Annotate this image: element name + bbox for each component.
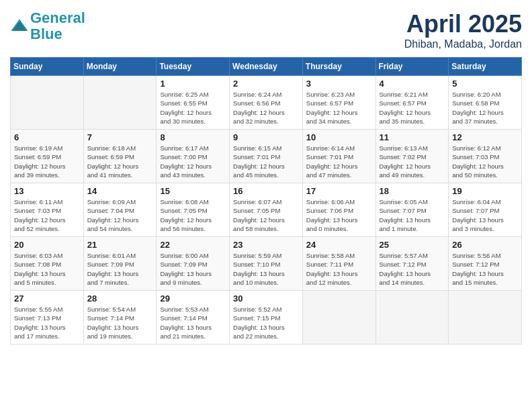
day-info: Sunrise: 6:03 AMSunset: 7:08 PMDaylight:… bbox=[14, 251, 80, 287]
day-number: 21 bbox=[87, 240, 153, 250]
day-info: Sunrise: 5:52 AMSunset: 7:15 PMDaylight:… bbox=[233, 305, 299, 340]
day-info: Sunrise: 6:25 AMSunset: 6:55 PMDaylight:… bbox=[160, 90, 226, 126]
calendar-cell: 22Sunrise: 6:00 AMSunset: 7:09 PMDayligh… bbox=[157, 237, 230, 291]
calendar-cell: 2Sunrise: 6:24 AMSunset: 6:56 PMDaylight… bbox=[230, 76, 303, 130]
day-number: 24 bbox=[306, 240, 372, 250]
calendar-week-2: 6Sunrise: 6:19 AMSunset: 6:59 PMDaylight… bbox=[11, 130, 522, 183]
day-info: Sunrise: 6:09 AMSunset: 7:04 PMDaylight:… bbox=[87, 197, 153, 233]
day-info: Sunrise: 6:21 AMSunset: 6:57 PMDaylight:… bbox=[380, 90, 445, 126]
calendar-cell: 6Sunrise: 6:19 AMSunset: 6:59 PMDaylight… bbox=[11, 130, 84, 183]
calendar-cell bbox=[83, 76, 157, 130]
day-number: 4 bbox=[380, 79, 445, 89]
weekday-header-friday: Friday bbox=[375, 58, 449, 76]
calendar-cell bbox=[449, 291, 522, 345]
calendar-cell: 9Sunrise: 6:15 AMSunset: 7:01 PMDaylight… bbox=[230, 130, 303, 183]
day-info: Sunrise: 6:11 AMSunset: 7:03 PMDaylight:… bbox=[14, 197, 80, 233]
weekday-header-thursday: Thursday bbox=[302, 58, 375, 76]
day-info: Sunrise: 5:58 AMSunset: 7:11 PMDaylight:… bbox=[306, 251, 372, 287]
calendar-cell: 16Sunrise: 6:07 AMSunset: 7:05 PMDayligh… bbox=[230, 183, 303, 237]
day-info: Sunrise: 5:56 AMSunset: 7:12 PMDaylight:… bbox=[452, 251, 518, 287]
day-number: 26 bbox=[452, 240, 518, 250]
weekday-header-saturday: Saturday bbox=[449, 58, 522, 76]
day-number: 25 bbox=[380, 240, 445, 250]
day-number: 22 bbox=[160, 240, 226, 250]
day-number: 1 bbox=[160, 79, 226, 89]
calendar-cell: 1Sunrise: 6:25 AMSunset: 6:55 PMDaylight… bbox=[157, 76, 230, 130]
calendar-cell: 27Sunrise: 5:55 AMSunset: 7:13 PMDayligh… bbox=[11, 291, 84, 345]
calendar-cell: 4Sunrise: 6:21 AMSunset: 6:57 PMDaylight… bbox=[375, 76, 449, 130]
calendar-cell: 15Sunrise: 6:08 AMSunset: 7:05 PMDayligh… bbox=[157, 183, 230, 237]
day-number: 27 bbox=[14, 293, 80, 304]
month-title: April 2025 bbox=[404, 10, 522, 38]
weekday-header-monday: Monday bbox=[83, 58, 157, 76]
calendar-cell: 7Sunrise: 6:18 AMSunset: 6:59 PMDaylight… bbox=[83, 130, 157, 183]
calendar-table: SundayMondayTuesdayWednesdayThursdayFrid… bbox=[10, 57, 522, 345]
day-info: Sunrise: 6:01 AMSunset: 7:09 PMDaylight:… bbox=[87, 251, 153, 287]
calendar-cell: 30Sunrise: 5:52 AMSunset: 7:15 PMDayligh… bbox=[230, 291, 303, 345]
calendar-cell: 12Sunrise: 6:12 AMSunset: 7:03 PMDayligh… bbox=[449, 130, 522, 183]
day-number: 9 bbox=[233, 132, 299, 142]
day-number: 6 bbox=[14, 132, 80, 142]
day-info: Sunrise: 6:00 AMSunset: 7:09 PMDaylight:… bbox=[160, 251, 226, 287]
day-number: 18 bbox=[380, 186, 445, 196]
calendar-cell: 10Sunrise: 6:14 AMSunset: 7:01 PMDayligh… bbox=[302, 130, 375, 183]
calendar-week-3: 13Sunrise: 6:11 AMSunset: 7:03 PMDayligh… bbox=[11, 183, 522, 237]
calendar-cell: 20Sunrise: 6:03 AMSunset: 7:08 PMDayligh… bbox=[11, 237, 84, 291]
calendar-cell: 23Sunrise: 5:59 AMSunset: 7:10 PMDayligh… bbox=[230, 237, 303, 291]
day-number: 3 bbox=[306, 79, 372, 89]
calendar-cell: 24Sunrise: 5:58 AMSunset: 7:11 PMDayligh… bbox=[302, 237, 375, 291]
day-info: Sunrise: 6:05 AMSunset: 7:07 PMDaylight:… bbox=[380, 197, 445, 233]
calendar-week-1: 1Sunrise: 6:25 AMSunset: 6:55 PMDaylight… bbox=[11, 76, 522, 130]
day-number: 17 bbox=[306, 186, 372, 196]
day-number: 11 bbox=[380, 132, 445, 142]
logo-text: General Blue bbox=[30, 10, 85, 42]
calendar-header: SundayMondayTuesdayWednesdayThursdayFrid… bbox=[11, 58, 522, 76]
calendar-cell: 19Sunrise: 6:04 AMSunset: 7:07 PMDayligh… bbox=[449, 183, 522, 237]
location: Dhiban, Madaba, Jordan bbox=[404, 38, 522, 50]
weekday-header-sunday: Sunday bbox=[11, 58, 84, 76]
calendar-cell: 26Sunrise: 5:56 AMSunset: 7:12 PMDayligh… bbox=[449, 237, 522, 291]
day-number: 2 bbox=[233, 79, 299, 89]
day-info: Sunrise: 6:08 AMSunset: 7:05 PMDaylight:… bbox=[160, 197, 226, 233]
logo-icon bbox=[10, 17, 29, 36]
calendar-cell bbox=[375, 291, 449, 345]
day-info: Sunrise: 6:17 AMSunset: 7:00 PMDaylight:… bbox=[160, 144, 226, 179]
weekday-header-tuesday: Tuesday bbox=[157, 58, 230, 76]
day-number: 14 bbox=[87, 186, 153, 196]
calendar-week-4: 20Sunrise: 6:03 AMSunset: 7:08 PMDayligh… bbox=[11, 237, 522, 291]
day-info: Sunrise: 6:19 AMSunset: 6:59 PMDaylight:… bbox=[14, 144, 80, 179]
day-info: Sunrise: 6:18 AMSunset: 6:59 PMDaylight:… bbox=[87, 144, 153, 179]
day-number: 10 bbox=[306, 132, 372, 142]
calendar-cell bbox=[302, 291, 375, 345]
day-info: Sunrise: 6:13 AMSunset: 7:02 PMDaylight:… bbox=[380, 144, 445, 179]
day-info: Sunrise: 5:57 AMSunset: 7:12 PMDaylight:… bbox=[380, 251, 445, 287]
day-number: 16 bbox=[233, 186, 299, 196]
calendar-cell: 5Sunrise: 6:20 AMSunset: 6:58 PMDaylight… bbox=[449, 76, 522, 130]
title-block: April 2025 Dhiban, Madaba, Jordan bbox=[404, 10, 522, 50]
calendar-cell: 21Sunrise: 6:01 AMSunset: 7:09 PMDayligh… bbox=[83, 237, 157, 291]
day-info: Sunrise: 6:12 AMSunset: 7:03 PMDaylight:… bbox=[452, 144, 518, 179]
calendar-cell: 13Sunrise: 6:11 AMSunset: 7:03 PMDayligh… bbox=[11, 183, 84, 237]
calendar-cell: 14Sunrise: 6:09 AMSunset: 7:04 PMDayligh… bbox=[83, 183, 157, 237]
day-info: Sunrise: 5:55 AMSunset: 7:13 PMDaylight:… bbox=[14, 305, 80, 340]
day-info: Sunrise: 5:59 AMSunset: 7:10 PMDaylight:… bbox=[233, 251, 299, 287]
day-number: 19 bbox=[452, 186, 518, 196]
day-info: Sunrise: 6:15 AMSunset: 7:01 PMDaylight:… bbox=[233, 144, 299, 179]
day-number: 8 bbox=[160, 132, 226, 142]
day-info: Sunrise: 6:14 AMSunset: 7:01 PMDaylight:… bbox=[306, 144, 372, 179]
day-info: Sunrise: 6:07 AMSunset: 7:05 PMDaylight:… bbox=[233, 197, 299, 233]
day-number: 23 bbox=[233, 240, 299, 250]
day-info: Sunrise: 6:06 AMSunset: 7:06 PMDaylight:… bbox=[306, 197, 372, 233]
day-number: 5 bbox=[452, 79, 518, 89]
day-info: Sunrise: 6:04 AMSunset: 7:07 PMDaylight:… bbox=[452, 197, 518, 233]
logo: General Blue bbox=[10, 10, 85, 42]
day-info: Sunrise: 6:24 AMSunset: 6:56 PMDaylight:… bbox=[233, 90, 299, 126]
day-number: 20 bbox=[14, 240, 80, 250]
day-info: Sunrise: 6:23 AMSunset: 6:57 PMDaylight:… bbox=[306, 90, 372, 126]
calendar-cell bbox=[11, 76, 84, 130]
calendar-cell: 28Sunrise: 5:54 AMSunset: 7:14 PMDayligh… bbox=[83, 291, 157, 345]
day-info: Sunrise: 5:53 AMSunset: 7:14 PMDaylight:… bbox=[160, 305, 226, 340]
calendar-cell: 25Sunrise: 5:57 AMSunset: 7:12 PMDayligh… bbox=[375, 237, 449, 291]
day-number: 29 bbox=[160, 293, 226, 304]
calendar-cell: 11Sunrise: 6:13 AMSunset: 7:02 PMDayligh… bbox=[375, 130, 449, 183]
